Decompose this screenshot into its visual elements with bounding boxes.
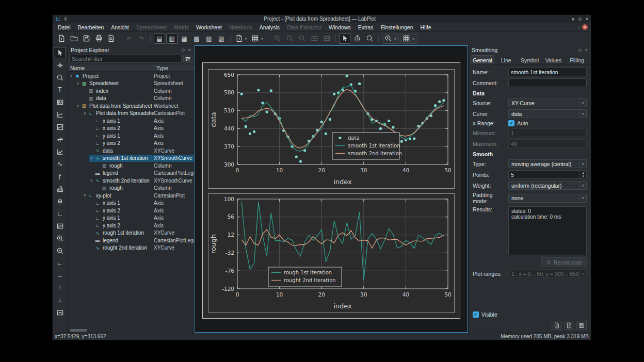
menu-hilfe[interactable]: Hilfe bbox=[416, 24, 434, 31]
plot-svg[interactable]: 01020304050300370440510580650indexdatada… bbox=[208, 70, 454, 188]
grid-layout-button[interactable]: ▧ bbox=[203, 34, 215, 44]
menu-worksheet[interactable]: Worksheet bbox=[192, 24, 226, 31]
presenter-mode-combo[interactable]: ∨ bbox=[400, 34, 417, 44]
expander-down-icon[interactable]: ∨ bbox=[75, 81, 81, 86]
tab-symbol[interactable]: Symbol bbox=[518, 55, 542, 64]
magnification-combo[interactable]: ∨ bbox=[382, 34, 399, 44]
project-explorer-header[interactable]: Project Explorer ◇ × bbox=[68, 45, 194, 54]
type-select[interactable]: moving average (central) ∨ bbox=[508, 159, 587, 168]
menu-einstellungen[interactable]: Einstellungen bbox=[377, 24, 416, 31]
tree-item-rough[interactable]: ▥roughColumn bbox=[95, 162, 194, 170]
float-dock-icon[interactable]: ◇ bbox=[578, 47, 582, 53]
expander-down-icon[interactable]: ∨ bbox=[82, 193, 87, 198]
expander-down-icon[interactable]: ∨ bbox=[69, 74, 74, 78]
crosshair-tool-button[interactable] bbox=[54, 59, 66, 71]
menu-analysis[interactable]: Analysis bbox=[256, 24, 283, 31]
add-legend-button[interactable] bbox=[54, 220, 66, 232]
vertical-layout-button[interactable]: ▦ bbox=[179, 34, 190, 44]
expander-down-icon[interactable]: ∨ bbox=[89, 178, 94, 183]
close-dock-icon[interactable]: × bbox=[188, 47, 191, 53]
tree-item-plot-data-from-spreadsheet[interactable]: ∨∟Plot data from SpreadsheetCartesianPlo… bbox=[82, 110, 194, 118]
auto-checkbox[interactable]: ✓ bbox=[508, 120, 514, 126]
tree-item-rough[interactable]: ▥roughColumn bbox=[95, 185, 194, 192]
menu-windows[interactable]: Windows bbox=[325, 24, 355, 31]
tab-values[interactable]: Values bbox=[541, 55, 565, 64]
template-save-button[interactable] bbox=[564, 321, 574, 330]
open-project-button[interactable] bbox=[68, 34, 79, 44]
add-worksheet-button[interactable]: ∨ bbox=[234, 34, 249, 44]
select-mode-button[interactable] bbox=[339, 34, 350, 44]
template-default-button[interactable] bbox=[576, 321, 587, 330]
shift-down-button[interactable]: ↓ bbox=[54, 294, 66, 306]
shift-right-button[interactable]: → bbox=[54, 270, 66, 281]
subwindow-close-icon[interactable]: × bbox=[582, 24, 588, 30]
add-plot-line-button[interactable] bbox=[54, 146, 66, 157]
tree-item-data[interactable]: ∿dataXYCurve bbox=[89, 147, 194, 155]
close-dock-icon[interactable]: × bbox=[585, 47, 588, 53]
points-stepper[interactable]: 5 ▲ ▼ bbox=[508, 170, 587, 179]
zoom-select-mode-button[interactable] bbox=[364, 34, 375, 44]
filter-options-button[interactable] bbox=[183, 55, 192, 63]
expander-down-icon[interactable]: ∨ bbox=[89, 156, 94, 160]
spin-up-icon[interactable]: ▲ bbox=[580, 171, 586, 175]
tree-item-legend[interactable]: ▬legendCartesianPlotLegend bbox=[89, 237, 194, 244]
expander-down-icon[interactable]: ∨ bbox=[82, 111, 87, 116]
spin-down-icon[interactable]: ▼ bbox=[580, 175, 586, 179]
tree-column-headers[interactable]: Name Type bbox=[68, 64, 194, 72]
curve-select[interactable]: data ∨ bbox=[508, 109, 587, 118]
float-dock-icon[interactable]: ◇ bbox=[182, 47, 185, 53]
pin-icon[interactable] bbox=[63, 17, 68, 22]
print-preview-button[interactable] bbox=[105, 34, 117, 44]
expander-down-icon[interactable]: ∨ bbox=[75, 104, 81, 108]
zoom-out-tool-button[interactable] bbox=[54, 245, 66, 256]
search-input[interactable] bbox=[69, 55, 182, 63]
tab-general[interactable]: General bbox=[471, 55, 494, 64]
menu-datei[interactable]: Datei bbox=[54, 24, 74, 31]
shift-up-button[interactable]: ↑ bbox=[54, 282, 66, 293]
tree-item-x-axis-2[interactable]: ∟x axis 2Axis bbox=[89, 207, 194, 215]
tree-item-x-axis-1[interactable]: ∟x axis 1Axis bbox=[89, 117, 194, 125]
comment-field[interactable] bbox=[508, 78, 587, 87]
column-header-name[interactable]: Name bbox=[68, 65, 154, 71]
save-project-button[interactable] bbox=[81, 34, 92, 44]
name-field[interactable] bbox=[508, 68, 587, 76]
visible-checkbox[interactable]: ✓ bbox=[473, 311, 479, 318]
tree-item-y-axis-1[interactable]: ∟y axis 1Axis bbox=[89, 132, 194, 140]
menu-ansicht[interactable]: Ansicht bbox=[107, 24, 132, 31]
add-plot-centered-axes-button[interactable] bbox=[54, 134, 66, 145]
weight-select[interactable]: uniform (rectangular) ∨ bbox=[508, 181, 587, 190]
add-text-label-button[interactable]: T bbox=[54, 84, 66, 95]
tree-item-index[interactable]: ▥indexColumn bbox=[82, 87, 194, 95]
tree-item-x-axis-2[interactable]: ∟x axis 2Axis bbox=[89, 125, 194, 133]
toggle-properties-dock-button[interactable]: ▥ bbox=[166, 34, 178, 44]
horizontal-layout-button[interactable]: ▩ bbox=[191, 34, 202, 44]
minimize-button[interactable]: ∨ bbox=[571, 17, 575, 22]
close-button[interactable]: × bbox=[586, 17, 588, 22]
add-xy-curve-button[interactable]: ∿ bbox=[54, 158, 66, 170]
tree-item-spreadsheet[interactable]: ∨▦SpreadsheetSpreadsheet bbox=[75, 80, 194, 88]
tree-item-rough-1st-iteration[interactable]: ∿rough 1st iterationXYCurve bbox=[89, 229, 194, 237]
worksheet-canvas[interactable]: 01020304050300370440510580650indexdatada… bbox=[202, 62, 460, 319]
toggle-project-explorer-button[interactable]: ▤ bbox=[154, 34, 165, 44]
add-equation-curve-button[interactable]: ƒ bbox=[54, 171, 66, 182]
add-plot-two-axes-button[interactable] bbox=[54, 121, 66, 133]
add-axis-button[interactable]: ∟ bbox=[54, 208, 66, 219]
tree-item-rought-2nd-iteration[interactable]: ∿rought 2nd iterationXYCurve bbox=[89, 244, 194, 252]
horizontal-scrollbar[interactable] bbox=[70, 329, 87, 332]
tree-item-data[interactable]: ▥dataColumn bbox=[82, 95, 194, 103]
tree-item-smooth-2nd-iteration[interactable]: ∨∿smooth 2nd iterationXYSmoothCurve bbox=[89, 177, 194, 185]
select-tool-button[interactable] bbox=[54, 47, 66, 58]
add-spreadsheet-button[interactable]: ∨ bbox=[250, 34, 265, 44]
tree-item-y-axis-2[interactable]: ∟y axis 2Axis bbox=[89, 222, 194, 229]
tree-item-y-axis-1[interactable]: ∟y axis 1Axis bbox=[89, 215, 194, 222]
add-image-button[interactable] bbox=[54, 96, 66, 108]
add-histogram-button[interactable] bbox=[54, 183, 66, 194]
zoom-select-tool-button[interactable] bbox=[54, 72, 66, 83]
template-load-button[interactable] bbox=[552, 321, 562, 330]
titlebar[interactable]: Project - [Plot data from Spreadsheet] —… bbox=[53, 15, 591, 23]
smoothing-dock-header[interactable]: Smoothing ◇ × bbox=[469, 45, 591, 54]
source-select[interactable]: XY-Curve ∨ bbox=[508, 98, 587, 107]
padding-mode-select[interactable]: none ∨ bbox=[508, 194, 587, 203]
tree-item-y-axis-2[interactable]: ∟y axis 2Axis bbox=[89, 140, 194, 147]
zoom-in-tool-button[interactable] bbox=[54, 233, 66, 244]
